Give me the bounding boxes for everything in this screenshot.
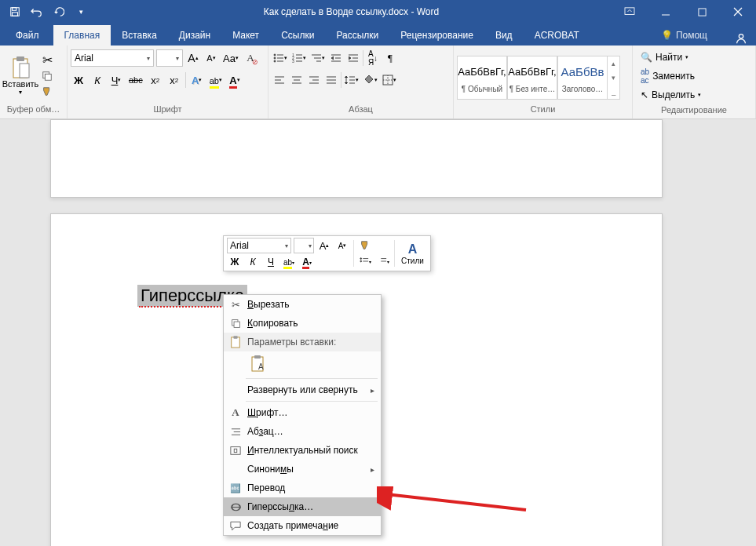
cm-hyperlink[interactable]: Гиперссылка… — [224, 497, 381, 516]
page-previous-bottom — [50, 119, 663, 198]
mini-toolbar: Arial▾ ▾ A▴ A▾ Ж К Ч ab▾ A▾ ▾ ▾ A Стили — [223, 235, 431, 271]
maximize-button[interactable] — [684, 0, 720, 24]
mini-bold[interactable]: Ж — [227, 255, 243, 269]
numbering-button[interactable]: 123▾ — [290, 49, 308, 67]
align-center-button[interactable] — [289, 71, 305, 89]
grow-font-button[interactable]: A▴ — [185, 49, 201, 67]
svg-rect-70 — [234, 449, 237, 452]
mini-font-size[interactable]: ▾ — [294, 238, 314, 253]
font-name-box[interactable]: Arial▾ — [71, 49, 154, 67]
undo-button[interactable] — [27, 2, 47, 22]
tab-home[interactable]: Главная — [53, 25, 111, 46]
change-case-button[interactable]: Aa ▾ — [221, 49, 240, 67]
borders-button[interactable]: ▾ — [381, 71, 398, 89]
ribbon-options-button[interactable] — [612, 0, 648, 24]
format-painter-button[interactable] — [39, 85, 55, 99]
comment-icon — [228, 519, 243, 533]
window-controls — [612, 0, 756, 24]
share-button[interactable] — [734, 31, 748, 46]
text-effects-button[interactable]: A ▾ — [189, 71, 205, 89]
font-size-box[interactable]: ▾ — [156, 49, 183, 67]
italic-button[interactable]: К — [89, 71, 105, 89]
qat-customize[interactable]: ▾ — [71, 2, 91, 22]
increase-indent-button[interactable] — [345, 49, 361, 67]
tab-design[interactable]: Дизайн — [168, 25, 221, 46]
mini-underline[interactable]: Ч — [263, 255, 279, 269]
tab-view[interactable]: Вид — [484, 25, 524, 46]
mini-format-painter[interactable] — [357, 238, 373, 253]
replace-button[interactable]: abacЗаменить — [639, 67, 703, 85]
mini-numbering[interactable]: ▾ — [375, 254, 391, 268]
svg-point-18 — [274, 60, 276, 62]
paste-button[interactable]: Вставить ▾ — [3, 49, 38, 104]
mini-font-name[interactable]: Arial▾ — [227, 238, 291, 253]
svg-rect-61 — [232, 337, 240, 348]
tab-acrobat[interactable]: ACROBAT — [524, 25, 590, 46]
bullets-button[interactable]: ▾ — [272, 49, 289, 67]
cm-copy[interactable]: Копировать — [224, 314, 381, 333]
shrink-font-button[interactable]: A▾ — [203, 49, 219, 67]
line-spacing-button[interactable]: ▾ — [343, 71, 360, 89]
cm-paragraph[interactable]: Абзац… — [224, 422, 381, 441]
copy-button[interactable] — [39, 69, 55, 83]
cm-smart-lookup[interactable]: Интеллектуальный поиск — [224, 441, 381, 460]
mini-styles-button[interactable]: A Стили — [398, 242, 427, 265]
multilevel-button[interactable]: ▾ — [309, 49, 327, 67]
cm-new-comment[interactable]: Создать примечание — [224, 516, 381, 535]
svg-rect-2 — [13, 13, 18, 16]
styles-gallery-more[interactable]: ▴▾⎯ — [608, 56, 620, 100]
minimize-button[interactable] — [648, 0, 684, 24]
cm-synonyms[interactable]: Синонимы▸ — [224, 460, 381, 479]
mini-font-color[interactable]: A▾ — [299, 255, 315, 269]
subscript-button[interactable]: x2 — [148, 71, 163, 89]
shading-button[interactable]: ▾ — [362, 71, 379, 89]
tab-insert[interactable]: Вставка — [111, 25, 168, 46]
cm-expand-collapse[interactable]: Развернуть или свернуть▸ — [224, 380, 381, 399]
decrease-indent-button[interactable] — [328, 49, 344, 67]
smart-lookup-icon — [228, 443, 243, 457]
font-color-button[interactable]: A ▾ — [227, 71, 243, 89]
align-left-button[interactable] — [272, 71, 287, 89]
tab-references[interactable]: Ссылки — [270, 25, 325, 46]
tab-tell-me[interactable]: 💡 Помощ — [650, 25, 718, 46]
style-normal[interactable]: АаБбВвГг,¶ Обычный — [457, 56, 507, 100]
tab-mailings[interactable]: Рассылки — [325, 25, 389, 46]
context-menu: ✂Вырезать Копировать Параметры вставки: … — [223, 294, 382, 536]
find-button[interactable]: 🔍Найти ▾ — [639, 49, 703, 66]
save-button[interactable] — [5, 2, 25, 22]
font-icon: A — [228, 406, 243, 420]
style-heading1[interactable]: АаБбВвЗаголово… — [557, 56, 608, 100]
tab-file[interactable]: Файл — [2, 25, 53, 46]
select-button[interactable]: ↖Выделить ▾ — [639, 86, 703, 104]
paste-keep-source[interactable]: A — [247, 354, 269, 374]
mini-shrink-font[interactable]: A▾ — [334, 238, 350, 253]
tab-layout[interactable]: Макет — [221, 25, 270, 46]
sort-button[interactable]: AЯ↓ — [365, 49, 381, 67]
window-title: Как сделать в Ворде ссылку.docx - Word — [91, 6, 612, 17]
svg-point-53 — [360, 258, 361, 260]
superscript-button[interactable]: x2 — [166, 71, 182, 89]
highlight-button[interactable]: ab ▾ — [208, 71, 224, 89]
cut-icon: ✂ — [228, 297, 243, 311]
tab-review[interactable]: Рецензирование — [389, 25, 484, 46]
cm-font[interactable]: AШрифт… — [224, 403, 381, 422]
redo-button[interactable] — [49, 2, 69, 22]
mini-bullets[interactable]: ▾ — [357, 254, 373, 268]
svg-rect-3 — [625, 8, 634, 15]
cm-translate[interactable]: 🔤Перевод — [224, 479, 381, 497]
mini-grow-font[interactable]: A▴ — [316, 238, 332, 253]
mini-italic[interactable]: К — [245, 255, 261, 269]
strikethrough-button[interactable]: abc — [127, 71, 144, 89]
show-marks-button[interactable]: ¶ — [382, 49, 398, 67]
bold-button[interactable]: Ж — [71, 71, 86, 89]
align-justify-button[interactable] — [323, 71, 339, 89]
clear-formatting-button[interactable]: A⊘ — [243, 49, 258, 67]
style-no-spacing[interactable]: АаБбВвГг,¶ Без инте… — [507, 56, 557, 100]
cm-cut[interactable]: ✂Вырезать — [224, 295, 381, 314]
underline-button[interactable]: Ч ▾ — [108, 71, 124, 89]
align-right-button[interactable] — [306, 71, 322, 89]
group-font: Arial▾ ▾ A▴ A▾ Aa ▾ A⊘ Ж К Ч ▾ abc x2 x2… — [68, 46, 268, 118]
mini-highlight[interactable]: ab▾ — [281, 255, 297, 269]
close-button[interactable] — [720, 0, 756, 24]
cut-button[interactable]: ✂ — [39, 53, 55, 67]
